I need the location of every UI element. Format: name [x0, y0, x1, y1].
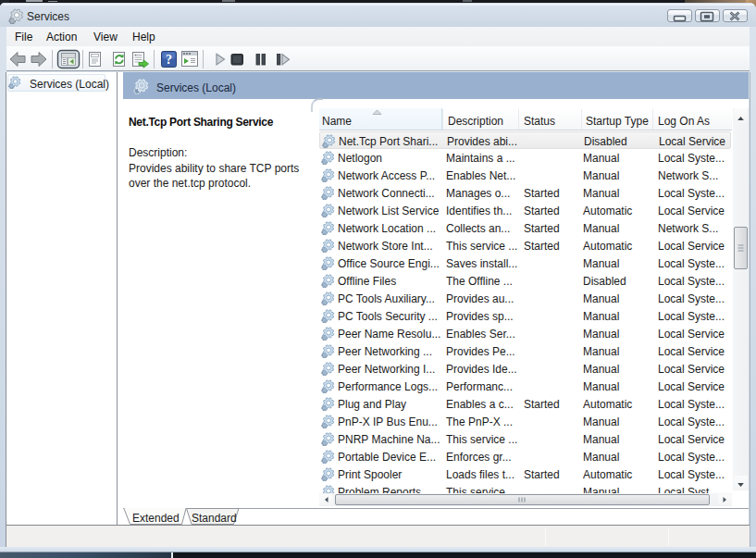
svg-text:?: ?	[166, 53, 172, 67]
